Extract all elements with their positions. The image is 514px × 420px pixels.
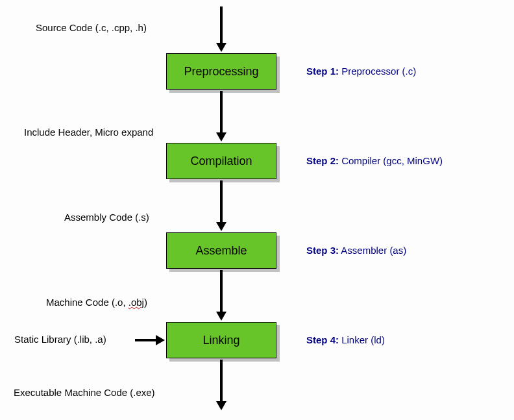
arrow-out-of-linking (216, 360, 226, 410)
box-compilation: Compilation (166, 143, 276, 179)
step-3-text: Assembler (as) (339, 245, 406, 256)
step-2-text: Compiler (gcc, MinGW) (339, 155, 443, 166)
box-compilation-label: Compilation (190, 154, 252, 168)
label-executable: Executable Machine Code (.exe) (14, 387, 155, 398)
step-4-label: Step 4: Linker (ld) (306, 334, 385, 345)
label-machine-code-pre: Machine Code (.o, (46, 297, 128, 308)
label-static-library: Static Library (.lib, .a) (14, 334, 106, 345)
label-machine-code: Machine Code (.o, .obj) (46, 297, 147, 308)
arrow-into-preprocessing (216, 6, 226, 52)
step-4-text: Linker (ld) (339, 334, 385, 345)
box-assemble: Assemble (166, 232, 276, 269)
step-3-label: Step 3: Assembler (as) (306, 245, 406, 256)
arrow-compile-to-assemble (216, 180, 226, 231)
step-3-bold: Step 3: (306, 245, 339, 256)
label-machine-code-obj: .obj (128, 297, 144, 308)
box-linking-label: Linking (202, 334, 239, 347)
step-2-label: Step 2: Compiler (gcc, MinGW) (306, 155, 443, 166)
compilation-pipeline-diagram: { "chart_data": { "type": "table", "titl… (0, 0, 514, 420)
box-linking: Linking (166, 322, 276, 358)
label-source-code: Source Code (.c, .cpp, .h) (36, 22, 147, 33)
step-1-text: Preprocessor (.c) (339, 66, 416, 77)
arrow-assemble-to-linking (216, 270, 226, 321)
step-4-bold: Step 4: (306, 334, 339, 345)
step-1-bold: Step 1: (306, 66, 339, 77)
step-2-bold: Step 2: (306, 155, 339, 166)
box-assemble-label: Assemble (195, 244, 247, 258)
step-1-label: Step 1: Preprocessor (.c) (306, 66, 416, 77)
arrow-static-library (135, 335, 165, 345)
label-assembly-code: Assembly Code (.s) (64, 212, 149, 223)
box-preprocessing: Preprocessing (166, 53, 276, 90)
label-machine-code-post: ) (144, 297, 147, 308)
box-preprocessing-label: Preprocessing (184, 65, 258, 79)
arrow-pre-to-compile (216, 91, 226, 142)
label-include-header: Include Header, Micro expand (24, 127, 153, 138)
